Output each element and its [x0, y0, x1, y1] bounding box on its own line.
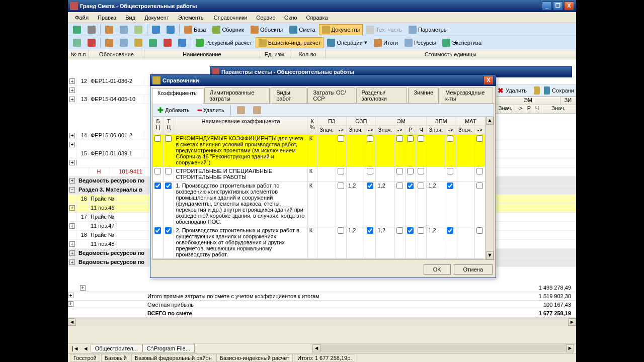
tb-redo[interactable] — [164, 24, 178, 35]
tb-baza[interactable]: База — [181, 24, 209, 35]
em-checkbox[interactable] — [396, 168, 403, 174]
paste-button[interactable] — [250, 105, 264, 115]
tc-checkbox[interactable] — [165, 227, 172, 234]
rt-delete[interactable]: Удалить — [506, 87, 527, 94]
mat-checkbox[interactable] — [476, 183, 483, 189]
expand-icon[interactable]: + — [69, 178, 75, 184]
scroll-up[interactable]: ▲ — [486, 117, 494, 125]
bc-checkbox[interactable] — [154, 168, 161, 174]
expand-icon[interactable]: + — [69, 160, 75, 165]
delete-button[interactable]: ━Удалить — [195, 105, 227, 115]
hscroll-right[interactable]: ► — [568, 318, 576, 326]
close-button[interactable]: X — [564, 2, 574, 11]
expand-icon[interactable]: + — [69, 142, 75, 147]
menu-service[interactable]: Сервис — [252, 14, 279, 22]
menu-document[interactable]: Документ — [140, 14, 173, 22]
hscroll2-left[interactable]: ◄ — [312, 344, 320, 352]
tb2-d[interactable] — [117, 37, 131, 48]
modal-close-button[interactable]: X — [484, 76, 494, 85]
expand-icon[interactable]: + — [69, 250, 75, 256]
em-checkbox[interactable] — [396, 227, 403, 234]
tab-nav-prev[interactable]: ◄ — [81, 345, 91, 351]
tb-objekty[interactable]: Объекты — [248, 24, 286, 35]
pz-checkbox[interactable] — [338, 168, 344, 174]
modal-titlebar[interactable]: Справочники X — [150, 75, 496, 86]
tab-koef[interactable]: Коэффициенты — [152, 88, 203, 104]
zpm-checkbox[interactable] — [447, 135, 453, 142]
tab-limit[interactable]: Лимитированные затраты — [204, 87, 270, 103]
tab-zatraty[interactable]: Затраты ОС/ССР — [307, 87, 355, 103]
tb-save[interactable] — [70, 24, 84, 35]
add-button[interactable]: ✚Добавить — [154, 105, 193, 115]
tb-paste[interactable] — [131, 24, 145, 35]
bc-checkbox[interactable] — [154, 183, 161, 189]
tb-copy[interactable] — [117, 24, 131, 35]
ozp-checkbox[interactable] — [367, 168, 373, 174]
tb-bazisno[interactable]: Базисно-инд. расчет — [256, 37, 324, 48]
tb2-c[interactable] — [102, 37, 116, 48]
expand-icon[interactable]: + — [69, 133, 75, 138]
zpm-checkbox[interactable] — [447, 227, 453, 234]
tb-smeta[interactable]: Смета — [286, 24, 318, 35]
tb-cut[interactable] — [102, 24, 116, 35]
menu-elements[interactable]: Элементы — [174, 14, 209, 22]
tab-nav-first[interactable]: |◄ — [70, 345, 81, 351]
minimize-button[interactable]: _ — [542, 2, 552, 11]
ozp-checkbox[interactable] — [367, 135, 373, 142]
tb-operacii[interactable]: Операции▾ — [324, 37, 370, 48]
tab-zimnie[interactable]: Зимние — [408, 87, 439, 103]
expand-icon[interactable]: + — [69, 259, 75, 265]
mat-checkbox[interactable] — [476, 168, 483, 174]
expand-icon[interactable]: + — [80, 285, 86, 291]
expand-icon[interactable]: + — [76, 160, 77, 165]
em-r-checkbox[interactable] — [407, 135, 414, 142]
bc-checkbox[interactable] — [154, 227, 161, 234]
em-r-checkbox[interactable] — [407, 183, 414, 189]
em-r-checkbox[interactable] — [407, 227, 414, 234]
coef-row[interactable]: 2. Производство строительных и других ра… — [153, 226, 486, 259]
tab-vidy[interactable]: Виды работ — [271, 87, 306, 103]
collapse-icon[interactable]: − — [69, 187, 75, 193]
menu-file[interactable]: Файл — [71, 14, 93, 22]
em-ch-checkbox[interactable] — [418, 227, 424, 234]
hscroll2-right[interactable]: ► — [566, 344, 574, 352]
expand-icon[interactable]: + — [69, 87, 75, 93]
pz-checkbox[interactable] — [338, 135, 344, 142]
tb-expert[interactable]: Экспертиза — [439, 37, 485, 48]
mat-checkbox[interactable] — [476, 135, 483, 142]
tb-docs[interactable]: Документы — [319, 24, 363, 35]
tc-checkbox[interactable] — [165, 135, 172, 142]
coef-row[interactable]: 1. Производство строительных работ по во… — [153, 182, 486, 226]
expand-icon[interactable]: + — [69, 78, 75, 84]
bc-checkbox[interactable] — [154, 135, 161, 142]
em-checkbox[interactable] — [396, 183, 403, 189]
zpm-checkbox[interactable] — [447, 183, 453, 189]
tab-mezhr[interactable]: Межразрядные к-ты — [440, 87, 493, 103]
zpm-checkbox[interactable] — [447, 168, 453, 174]
em-checkbox[interactable] — [396, 135, 403, 142]
modal-vscroll[interactable]: ▲ ▼ — [486, 117, 494, 259]
tab-razdely[interactable]: Разделы/заголовки — [356, 87, 408, 103]
coef-row[interactable]: РЕКОМЕНДУЕМЫЕ КОЭФФИЦИЕНТЫ для учета в с… — [153, 134, 486, 167]
menu-view[interactable]: Вид — [121, 14, 139, 22]
maximize-button[interactable]: ❐ — [553, 2, 563, 11]
em-ch-checkbox[interactable] — [418, 168, 424, 174]
em-ch-checkbox[interactable] — [418, 135, 424, 142]
tb-params[interactable]: Параметры — [406, 24, 451, 35]
hscroll[interactable]: ◄ ► — [68, 318, 576, 326]
hscroll-left[interactable]: ◄ — [68, 318, 76, 326]
ozp-checkbox[interactable] — [367, 227, 373, 234]
tb2-g[interactable] — [160, 37, 175, 48]
ok-button[interactable]: OK — [424, 264, 451, 275]
tb2-b[interactable] — [85, 37, 99, 48]
expand-icon[interactable]: + — [69, 241, 75, 247]
tc-checkbox[interactable] — [165, 183, 172, 189]
tb-sbornik[interactable]: Сборник — [209, 24, 247, 35]
expand-icon[interactable]: + — [68, 293, 73, 298]
tb-resursy[interactable]: Ресурсы — [401, 37, 439, 48]
rt-save[interactable]: Сохрани — [552, 87, 574, 94]
menu-help[interactable]: Справка — [302, 14, 332, 22]
tc-checkbox[interactable] — [165, 168, 172, 174]
bottom-tab-1[interactable]: Общестроител... — [91, 344, 142, 352]
tb-tech[interactable]: Тех. часть — [363, 24, 405, 35]
